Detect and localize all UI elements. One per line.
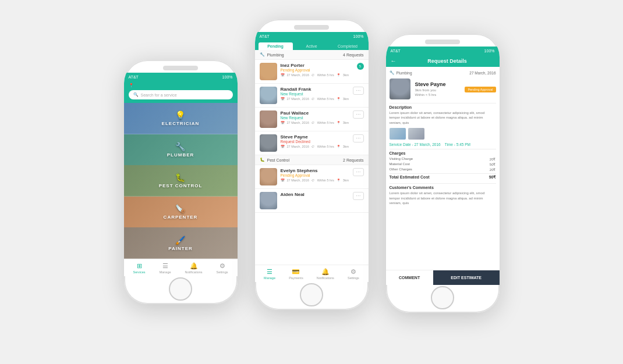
divider-2	[390, 149, 496, 149]
divider-1	[390, 103, 496, 104]
pin-icon5: 📍	[337, 179, 341, 182]
edit-estimate-button[interactable]: EDIT ESTIMATE	[433, 270, 500, 285]
dots-btn-evelyn[interactable]: ···	[353, 168, 363, 176]
request-item-aiden[interactable]: Aiden Neal ···	[255, 189, 369, 213]
p1-carrier: AT&T	[129, 75, 139, 79]
cal-icon4: 📅	[281, 145, 285, 148]
p1-nav-services-label: Services	[133, 270, 146, 274]
p3-service-left: 🔧 Plumbing	[390, 70, 412, 75]
p3-provider-time: Within < 5 hrs	[415, 93, 446, 97]
avatar-inez	[260, 63, 277, 80]
p1-bottom-nav: ⊞ Services ☰ Manage 🔔 Notifications ⚙ Se…	[124, 259, 238, 276]
p3-service-row: 🔧 Plumbing 27 March, 2016	[390, 70, 496, 75]
p1-header: 📍 🔍 Search for a service	[124, 81, 238, 103]
p3-provider-distance: 3km from you	[415, 88, 446, 92]
comment-button[interactable]: COMMENT	[386, 270, 433, 285]
charges-table: Visiting Charge 20₹ Material Cost 50₹ Ot…	[390, 156, 496, 181]
dots-btn-aiden[interactable]: ···	[353, 192, 363, 200]
p3-thumb-2	[408, 128, 424, 140]
clock-icon5: ⏱	[312, 179, 315, 182]
p3-content: 🔧 Plumbing 27 March, 2016 Steve Payne 3k…	[386, 67, 500, 270]
plumber-icon: 🔧	[167, 142, 194, 151]
aiden-info: Aiden Neal	[281, 192, 350, 197]
p1-nav-notifications-label: Notifications	[185, 270, 203, 274]
paul-actions: ···	[353, 110, 363, 119]
p2-nav-manage-label: Manage	[264, 276, 275, 280]
request-item-inez[interactable]: Inez Porter Pending Approval 📅 27 March,…	[255, 60, 369, 84]
p3-footer: COMMENT EDIT ESTIMATE	[386, 270, 500, 285]
plumbing-section-icon: 🔧	[260, 52, 265, 57]
p1-location: 📍	[129, 83, 233, 88]
randall-meta: 📅 27 March, 2016 ⏱ Within 5 hrs 📍 3km	[281, 97, 350, 101]
evelyn-status: Pending Approval	[281, 173, 350, 177]
pestcontrol-section-left: 🐛 Pest Control	[260, 158, 290, 162]
p2-nav-payments-label: Payments	[289, 276, 303, 280]
p2-battery: 100%	[353, 34, 364, 38]
request-item-steve[interactable]: Steve Payne Request Declined 📅 27 March,…	[255, 131, 369, 155]
settings-nav-icon2: ⚙	[351, 268, 356, 276]
p2-nav-settings-label: Settings	[348, 276, 359, 280]
tab-completed[interactable]: Completed	[331, 42, 365, 50]
p1-nav-settings[interactable]: ⚙ Settings	[217, 262, 228, 274]
plumbing-section-header: 🔧 Plumbing 4 Requests	[255, 50, 369, 60]
service-plumber[interactable]: 🔧 PLUMBER	[124, 134, 238, 166]
p3-status-bar: AT&T 100%	[386, 47, 500, 55]
aiden-name: Aiden Neal	[281, 192, 350, 197]
tab-active[interactable]: Active	[295, 42, 329, 50]
search-placeholder: Search for a service	[141, 93, 177, 97]
chat-badge-inez[interactable]: 5	[357, 63, 364, 70]
p1-nav-services[interactable]: ⊞ Services	[133, 262, 146, 274]
randall-avatar-img	[260, 87, 277, 104]
back-arrow-icon[interactable]: ←	[391, 58, 397, 64]
service-electrician[interactable]: 💡 ELECTRICIAN	[124, 103, 238, 134]
p1-search-bar[interactable]: 🔍 Search for a service	[129, 90, 233, 99]
dots-btn-randall[interactable]: ···	[353, 87, 363, 95]
p3-status-area: Pending Approval	[465, 85, 495, 92]
avatar-randall	[260, 87, 277, 104]
request-item-evelyn[interactable]: Evelyn Stephens Pending Approval 📅 27 Ma…	[255, 165, 369, 189]
electrician-icon: 💡	[162, 110, 200, 120]
divider-3	[390, 183, 496, 184]
dots-btn-paul[interactable]: ···	[353, 110, 363, 119]
p2-nav-payments[interactable]: 💳 Payments	[289, 268, 303, 280]
services-nav-icon: ⊞	[137, 262, 142, 270]
randall-info: Randall Frank New Request 📅 27 March, 20…	[281, 87, 350, 101]
p3-header: ← Request Details	[386, 55, 500, 67]
evelyn-name: Evelyn Stephens	[281, 168, 350, 173]
steve-status: Request Declined	[281, 140, 350, 144]
inez-meta: 📅 27 March, 2016 ⏱ Within 5 hrs 📍 3km	[281, 73, 353, 77]
steve-name: Steve Payne	[281, 134, 350, 140]
p3-image-row	[390, 128, 496, 140]
pestcontrol-request-count: 2 Requests	[343, 158, 363, 162]
description-title: Description	[390, 105, 496, 109]
p2-tabs: Pending Active Completed	[255, 40, 369, 50]
evelyn-avatar-img	[260, 168, 277, 185]
service-carpenter[interactable]: 🪚 CARPENTER	[124, 197, 238, 228]
cal-icon: 📅	[281, 73, 285, 77]
request-item-randall[interactable]: Randall Frank New Request 📅 27 March, 20…	[255, 84, 369, 108]
description-text: Lorem ipsum dolor sit amet, consectetur …	[390, 110, 496, 125]
service-painter[interactable]: 🖌️ PAINTER	[124, 227, 238, 259]
p1-nav-manage[interactable]: ☰ Manage	[160, 262, 171, 274]
paul-avatar-img	[260, 110, 277, 128]
carpenter-label: 🪚 CARPENTER	[164, 204, 198, 220]
painter-icon: 🖌️	[168, 235, 193, 245]
p2-nav-manage[interactable]: ☰ Manage	[264, 268, 275, 280]
phone-3-screen: AT&T 100% ← Request Details 🔧 Plumbing 2…	[386, 47, 500, 285]
p3-battery: 100%	[484, 49, 495, 53]
p1-nav-notifications[interactable]: 🔔 Notifications	[185, 262, 203, 274]
dots-btn-steve[interactable]: ···	[353, 134, 363, 142]
p3-title: Request Details	[400, 58, 495, 64]
service-pestcontrol[interactable]: 🐛 PEST CONTROL	[124, 165, 238, 197]
p2-nav-settings[interactable]: ⚙ Settings	[348, 268, 359, 280]
request-item-paul[interactable]: Paul Wallace New Request 📅 27 March, 201…	[255, 108, 369, 131]
tab-pending[interactable]: Pending	[259, 42, 293, 50]
p1-nav-manage-label: Manage	[160, 270, 171, 274]
pin-icon: 📍	[337, 73, 341, 77]
charge-row-1: Visiting Charge 20₹	[390, 156, 496, 162]
p2-bottom-nav: ☰ Manage 💳 Payments 🔔 Notifications ⚙ Se…	[255, 265, 369, 282]
phone-2: AT&T 100% Pending Active Completed 🔧 Plu…	[255, 19, 369, 310]
plumber-label: 🔧 PLUMBER	[167, 142, 194, 158]
p2-nav-notifications[interactable]: 🔔 Notifications	[317, 268, 334, 280]
avatar-aiden	[260, 192, 277, 209]
